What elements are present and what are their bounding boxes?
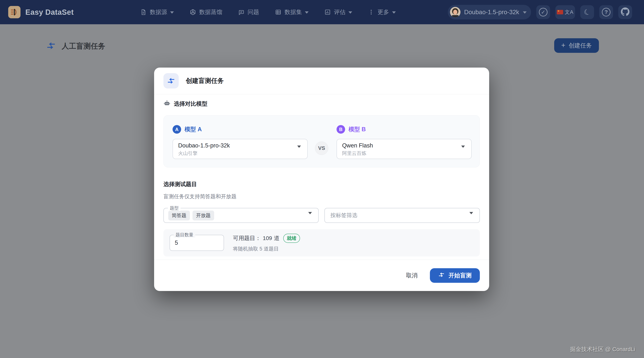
page-header: 人工盲测任务 xyxy=(46,41,105,52)
create-blind-test-modal: 创建盲测任务 选择对比模型 A 模型 A Doubao-1.5-pro-32 xyxy=(154,68,489,291)
chevron-down-icon xyxy=(305,11,308,14)
vs-badge: VS xyxy=(315,141,328,155)
model-a-select[interactable]: Doubao-1.5-pro-32k 火山引擎 xyxy=(172,139,308,159)
random-pick-note: 将随机抽取 5 道题目 xyxy=(233,245,300,252)
distill-icon xyxy=(190,9,196,16)
filters-row: 题型 简答题 开放题 按标签筛选 xyxy=(164,208,480,223)
chevron-down-icon xyxy=(461,148,465,151)
nav-menu: 数据源 数据蒸馏 问题 数据集 xyxy=(140,0,396,24)
modal-footer: 取消 开始盲测 xyxy=(154,260,489,291)
model-selector[interactable]: Doubao-1.5-pro-32k xyxy=(448,5,531,20)
question-circle-icon: ? xyxy=(602,8,610,17)
model-b-name: Qwen Flash xyxy=(342,142,458,149)
compare-arrows-icon xyxy=(46,41,56,52)
chevron-down-icon xyxy=(523,11,526,14)
available-count: 109 xyxy=(263,235,272,241)
check-circle-icon: ✓ xyxy=(539,8,548,17)
chevron-down-icon xyxy=(297,148,301,151)
model-a-badge: A xyxy=(172,125,181,134)
chevron-down-icon xyxy=(392,11,396,14)
model-a-name: Doubao-1.5-pro-32k xyxy=(178,142,294,149)
tag-filter-select[interactable]: 按标签筛选 xyxy=(324,208,480,223)
model-b-badge: B xyxy=(336,125,345,134)
avatar xyxy=(450,7,460,17)
moon-icon: ☾ xyxy=(583,7,592,17)
nav-item-questions[interactable]: 问题 xyxy=(238,8,259,16)
watermark: 掘金技术社区 @ ConardLi xyxy=(570,345,635,353)
top-navbar: Easy DataSet 数据源 数据蒸馏 xyxy=(0,0,644,24)
compare-arrows-icon xyxy=(164,73,179,88)
nav-item-more[interactable]: 更多 xyxy=(368,8,396,16)
cancel-button[interactable]: 取消 xyxy=(403,270,421,281)
quantity-card: 题目数量 可用题目： 109 道 就绪 将随机抽取 5 道题目 xyxy=(164,229,480,256)
help-button[interactable]: ? xyxy=(599,5,613,19)
create-task-button[interactable]: + 创建任务 xyxy=(554,38,599,53)
availability-info: 可用题目： 109 道 就绪 将随机抽取 5 道题目 xyxy=(233,234,300,252)
more-icon xyxy=(368,9,374,16)
model-a-label: 模型 A xyxy=(184,125,202,133)
dark-mode-button[interactable]: ☾ xyxy=(580,5,594,19)
nav-item-distill[interactable]: 数据蒸馏 xyxy=(190,8,222,16)
compare-arrows-icon xyxy=(438,271,445,280)
questions-section-heading: 选择测试题目 xyxy=(164,181,480,188)
translate-icon: 文A xyxy=(564,9,574,16)
quantity-label: 题目数量 xyxy=(174,232,195,238)
app-logo-icon xyxy=(8,6,20,18)
chevron-down-icon xyxy=(308,214,312,218)
task-check-button[interactable]: ✓ xyxy=(536,5,550,19)
modal-title: 创建盲测任务 xyxy=(186,77,224,85)
nav-actions: Doubao-1.5-pro-32k ✓ 文A ☾ ? xyxy=(448,0,632,24)
chat-icon xyxy=(238,9,245,16)
model-a-column: A 模型 A Doubao-1.5-pro-32k 火山引擎 xyxy=(172,125,308,159)
chevron-down-icon xyxy=(470,214,473,218)
current-model-label: Doubao-1.5-pro-32k xyxy=(464,9,519,16)
github-button[interactable] xyxy=(618,5,632,19)
models-section-heading: 选择对比模型 xyxy=(164,100,480,108)
plus-icon: + xyxy=(561,42,565,49)
model-b-provider: 阿里云百炼 xyxy=(342,150,458,157)
dataset-icon xyxy=(275,9,282,16)
question-type-label: 题型 xyxy=(168,206,180,211)
modal-header: 创建盲测任务 xyxy=(154,68,489,94)
type-chip[interactable]: 开放题 xyxy=(192,211,214,221)
model-b-select[interactable]: Qwen Flash 阿里云百炼 xyxy=(336,139,472,159)
page-title: 人工盲测任务 xyxy=(62,41,105,51)
available-unit: 道 xyxy=(274,234,280,242)
start-blind-test-button[interactable]: 开始盲测 xyxy=(430,268,480,283)
tag-filter-placeholder: 按标签筛选 xyxy=(330,212,358,219)
github-icon xyxy=(621,8,630,17)
chevron-down-icon xyxy=(170,11,174,14)
robot-icon xyxy=(164,100,170,108)
nav-item-evaluate[interactable]: 评估 xyxy=(324,8,352,16)
model-a-provider: 火山引擎 xyxy=(178,150,294,157)
nav-item-datasource[interactable]: 数据源 xyxy=(140,8,174,16)
models-card: A 模型 A Doubao-1.5-pro-32k 火山引擎 VS B 模型 B… xyxy=(164,115,480,167)
china-flag-icon xyxy=(557,10,563,14)
nav-item-dataset[interactable]: 数据集 xyxy=(275,8,308,16)
language-switch-button[interactable]: 文A xyxy=(555,5,575,19)
questions-hint: 盲测任务仅支持简答题和开放题 xyxy=(164,193,480,200)
status-badge: 就绪 xyxy=(283,234,300,243)
available-prefix: 可用题目： xyxy=(233,234,261,242)
app-title: Easy DataSet xyxy=(25,8,74,17)
model-b-label: 模型 B xyxy=(348,125,366,133)
model-b-column: B 模型 B Qwen Flash 阿里云百炼 xyxy=(336,125,472,159)
chevron-down-icon xyxy=(348,11,352,14)
brand[interactable]: Easy DataSet xyxy=(8,0,74,24)
evaluate-icon xyxy=(324,9,331,16)
question-type-select[interactable]: 题型 简答题 开放题 xyxy=(164,208,319,223)
type-chip[interactable]: 简答题 xyxy=(168,211,190,221)
document-icon xyxy=(140,9,147,16)
